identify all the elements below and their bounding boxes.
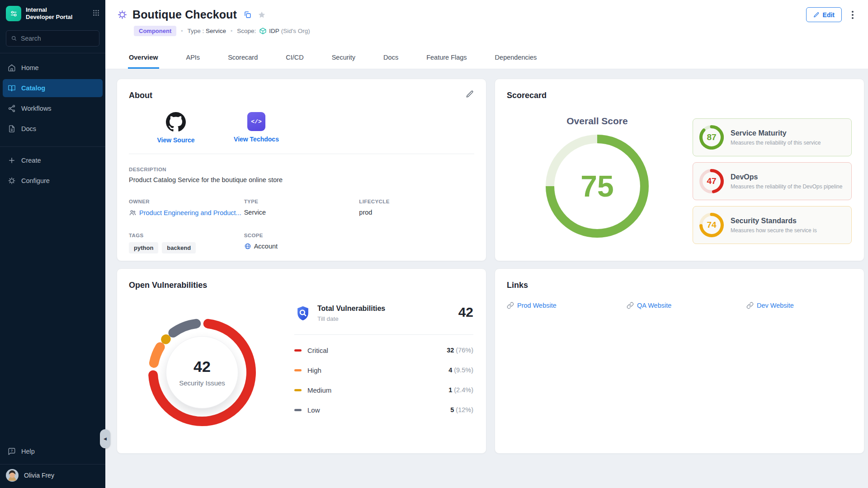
- edit-about-pencil-icon[interactable]: [466, 90, 474, 99]
- link-icon: [627, 302, 634, 309]
- sidebar-divider: [0, 53, 105, 53]
- stats-divider: [294, 334, 473, 335]
- sidebar: Internal Developer Portal Home: [0, 0, 105, 488]
- edit-button[interactable]: Edit: [806, 7, 842, 22]
- overview-cards: About View Source </> View Techdocs D: [105, 69, 868, 454]
- tab-dependencies[interactable]: Dependencies: [494, 54, 538, 69]
- description-label: DESCRIPTION: [129, 167, 474, 172]
- check-card-security-standards: 74 Security Standards Measures how secur…: [693, 206, 852, 244]
- scope-cube-icon: [259, 27, 267, 35]
- prod-website-link[interactable]: Prod Website: [507, 302, 627, 309]
- critical-swatch: [294, 349, 302, 352]
- tab-docs[interactable]: Docs: [382, 54, 399, 69]
- account-globe-icon: [244, 243, 251, 250]
- view-source-link[interactable]: View Source: [147, 112, 205, 144]
- devops-ring: 47: [699, 169, 724, 193]
- legend-row-low: Low 5 (12%): [294, 400, 473, 420]
- link-icon: [746, 302, 754, 309]
- sidebar-item-create[interactable]: Create: [3, 151, 103, 169]
- high-swatch: [294, 369, 302, 371]
- service-maturity-ring: 87: [699, 125, 724, 150]
- help-chat-icon: ?: [8, 447, 16, 455]
- check-card-service-maturity: 87 Service Maturity Measures the reliabi…: [693, 118, 852, 156]
- sidebar-item-configure[interactable]: Configure: [3, 172, 103, 190]
- security-issues-label: Security Issues: [179, 379, 225, 387]
- tab-security[interactable]: Security: [331, 54, 356, 69]
- tab-cicd[interactable]: CI/CD: [285, 54, 304, 69]
- tags-field: TAGS python backend: [129, 233, 244, 253]
- overall-score-label: Overall Score: [566, 116, 627, 127]
- overall-score-donut: 75: [546, 135, 649, 238]
- avatar: [6, 469, 19, 482]
- techdocs-icon: </>: [247, 112, 265, 131]
- low-swatch: [294, 409, 302, 411]
- vulnerabilities-card: Open Vulnerabilities 42 Security Issues: [117, 268, 486, 454]
- vulnerabilities-donut: 42 Security Issues: [148, 318, 256, 427]
- severity-legend: Critical 32 (76%) High 4 (9.5%) Me: [294, 340, 473, 420]
- tab-overview[interactable]: Overview: [128, 54, 159, 69]
- links-card: Links Prod Website QA Website: [495, 268, 864, 454]
- entity-tabs: Overview APIs Scorecard CI/CD Security D…: [128, 54, 538, 69]
- scorecard-title: Scorecard: [507, 91, 852, 100]
- sidebar-bottom: ? Help Olivia Frey: [0, 442, 105, 488]
- link-icon: [507, 302, 514, 309]
- file-text-icon: [8, 125, 16, 133]
- user-name: Olivia Frey: [24, 472, 54, 479]
- entity-kind-badge: Component: [134, 26, 176, 36]
- gear-icon: [8, 177, 16, 185]
- entity-header: Boutique Checkout Edit Component • Type: [105, 0, 868, 69]
- pencil-icon: [813, 12, 820, 18]
- about-divider: [129, 154, 474, 154]
- tab-feature-flags[interactable]: Feature Flags: [425, 54, 467, 69]
- entity-meta: Component • Type : Service • Scope: IDP …: [134, 26, 868, 36]
- team-icon: [129, 209, 137, 216]
- plus-icon: [8, 156, 16, 164]
- copy-icon[interactable]: [243, 10, 252, 19]
- medium-swatch: [294, 389, 302, 391]
- security-issues-count: 42: [193, 358, 211, 375]
- more-options-kebab-icon[interactable]: [852, 11, 854, 19]
- total-vulnerabilities-value: 42: [458, 305, 473, 319]
- vulnerabilities-title: Open Vulnerabilities: [129, 281, 474, 290]
- qa-website-link[interactable]: QA Website: [627, 302, 746, 309]
- sidebar-item-help[interactable]: ? Help: [0, 442, 105, 460]
- legend-row-high: High 4 (9.5%): [294, 360, 473, 380]
- home-icon: [8, 64, 16, 72]
- sidebar-item-workflows[interactable]: Workflows: [3, 99, 103, 117]
- sidebar-secondary-nav: Create Configure: [0, 151, 105, 192]
- apps-waffle-icon[interactable]: [92, 9, 100, 19]
- view-techdocs-link[interactable]: </> View Techdocs: [227, 112, 285, 144]
- sidebar-item-catalog[interactable]: Catalog: [3, 79, 103, 97]
- star-icon[interactable]: [258, 11, 266, 19]
- tab-apis[interactable]: APIs: [185, 54, 201, 69]
- check-card-devops: 47 DevOps Measures the reliability of th…: [693, 162, 852, 200]
- description-text: Product Catalog Service for the boutique…: [129, 176, 474, 183]
- svg-text:?: ?: [11, 449, 13, 453]
- security-standards-ring: 74: [699, 213, 724, 237]
- sidebar-nav: Home Catalog Workflows Docs: [0, 59, 105, 140]
- dev-website-link[interactable]: Dev Website: [746, 302, 866, 309]
- sidebar-item-docs[interactable]: Docs: [3, 120, 103, 138]
- tag-chip[interactable]: python: [129, 242, 158, 253]
- about-card: About View Source </> View Techdocs D: [117, 79, 486, 261]
- workflow-icon: [8, 104, 16, 113]
- search-icon: [11, 35, 17, 42]
- owner-link[interactable]: Product Engineering and Product...: [139, 209, 241, 216]
- page-title: Boutique Checkout: [132, 8, 237, 21]
- search-input[interactable]: [21, 35, 94, 42]
- type-field: TYPE Service: [244, 199, 359, 216]
- sidebar-collapse-handle[interactable]: ◀: [100, 429, 110, 448]
- tag-chip[interactable]: backend: [162, 242, 196, 253]
- sidebar-item-home[interactable]: Home: [3, 59, 103, 77]
- user-menu[interactable]: Olivia Frey: [0, 465, 105, 482]
- app-logo-row: Internal Developer Portal: [0, 0, 105, 26]
- main-content: Boutique Checkout Edit Component • Type: [105, 0, 868, 488]
- tab-scorecard[interactable]: Scorecard: [227, 54, 259, 69]
- component-gear-icon: [117, 9, 127, 20]
- scope-field: SCOPE Account: [244, 233, 359, 253]
- github-icon: [166, 112, 186, 132]
- links-title: Links: [507, 281, 852, 290]
- scorecard-card: Scorecard Overall Score 75 87: [495, 79, 864, 261]
- lifecycle-field: LIFECYCLE prod: [359, 199, 474, 216]
- sidebar-search[interactable]: [6, 30, 99, 47]
